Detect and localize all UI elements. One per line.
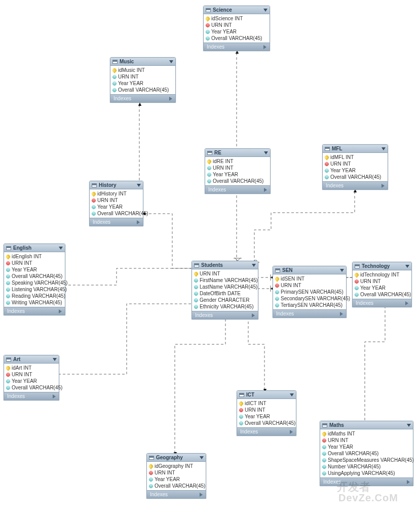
indexes-section[interactable]: Indexes <box>90 218 143 226</box>
column-row[interactable]: Overall VARCHAR(45) <box>323 174 388 180</box>
column-row[interactable]: Year YEAR <box>353 285 411 291</box>
column-row[interactable]: URN INT <box>323 161 388 167</box>
column-row[interactable]: URN INT <box>204 22 270 28</box>
table-english[interactable]: EnglishidEnglish INTURN INTYear YEAROver… <box>4 244 65 315</box>
column-row[interactable]: Reading VARCHAR(45) <box>4 293 65 299</box>
table-ict[interactable]: ICTidICT INTURN INTYear YEAROverall VARC… <box>237 390 296 436</box>
collapse-icon[interactable] <box>290 393 294 396</box>
table-geography[interactable]: GeographyidGeography INTURN INTYear YEAR… <box>146 453 206 499</box>
table-header[interactable]: Geography <box>147 454 206 462</box>
table-science[interactable]: ScienceidScience INTURN INTYear YEAROver… <box>203 6 270 51</box>
collapse-icon[interactable] <box>169 60 173 63</box>
column-row[interactable]: Overall VARCHAR(45) <box>110 87 175 93</box>
table-header[interactable]: Science <box>204 6 270 14</box>
column-row[interactable]: idEnglish INT <box>4 253 65 260</box>
column-row[interactable]: Overall VARCHAR(45) <box>4 273 65 280</box>
table-header[interactable]: ICT <box>237 391 296 399</box>
indexes-section[interactable]: Indexes <box>147 490 206 498</box>
column-row[interactable]: idICT INT <box>237 400 296 407</box>
column-row[interactable]: Listening VARCHAR(45) <box>4 286 65 293</box>
indexes-section[interactable]: Indexes <box>205 185 270 193</box>
collapse-icon[interactable] <box>252 264 256 267</box>
collapse-icon[interactable] <box>59 247 63 250</box>
table-history[interactable]: HistoryidHistory INTURN INTYear YEAROver… <box>89 181 143 226</box>
table-header[interactable]: RE <box>205 149 270 157</box>
table-students[interactable]: StudentsURN INTFirstName VARCHAR(45)Last… <box>192 261 258 320</box>
column-row[interactable]: idTechnology INT <box>353 271 411 278</box>
column-row[interactable]: Overall VARCHAR(45) <box>205 178 270 184</box>
table-mfl[interactable]: MFLidMFL INTURN INTYear YEAROverall VARC… <box>322 144 388 190</box>
column-row[interactable]: Year YEAR <box>320 444 413 450</box>
column-row[interactable]: Overall VARCHAR(45) <box>320 450 413 457</box>
table-art[interactable]: ArtidArt INTURN INTYear YEAROverall VARC… <box>4 355 59 401</box>
column-row[interactable]: Year YEAR <box>205 171 270 178</box>
column-row[interactable]: Gender CHARACTER <box>192 297 258 303</box>
table-re[interactable]: REidRE INTURN INTYear YEAROverall VARCHA… <box>205 148 271 194</box>
table-header[interactable]: SEN <box>273 266 346 274</box>
column-row[interactable]: URN INT <box>320 437 413 444</box>
table-header[interactable]: Technology <box>353 262 411 270</box>
column-row[interactable]: FirstName VARCHAR(45) <box>192 277 258 284</box>
indexes-section[interactable]: Indexes <box>204 43 270 51</box>
column-row[interactable]: URN INT <box>205 165 270 171</box>
table-header[interactable]: Art <box>4 355 59 364</box>
column-row[interactable]: idRE INT <box>205 158 270 165</box>
indexes-section[interactable]: Indexes <box>273 309 346 317</box>
column-row[interactable]: Year YEAR <box>237 413 296 420</box>
column-row[interactable]: Overall VARCHAR(45) <box>353 291 411 298</box>
column-row[interactable]: URN INT <box>353 278 411 285</box>
collapse-icon[interactable] <box>405 265 409 268</box>
column-row[interactable]: URN INT <box>4 260 65 266</box>
column-row[interactable]: Overall VARCHAR(45) <box>4 384 59 391</box>
column-row[interactable]: Year YEAR <box>323 167 388 174</box>
column-row[interactable]: LastName VARCHAR(45) <box>192 284 258 290</box>
collapse-icon[interactable] <box>200 456 204 459</box>
table-header[interactable]: Students <box>192 261 258 269</box>
table-sen[interactable]: SENidSEN INTURN INTPrimarySEN VARCHAR(45… <box>273 266 347 318</box>
table-technology[interactable]: TechnologyidTechnology INTURN INTYear YE… <box>352 262 412 307</box>
column-row[interactable]: Overall VARCHAR(45) <box>147 483 206 489</box>
column-row[interactable]: Writing VARCHAR(45) <box>4 299 65 306</box>
collapse-icon[interactable] <box>340 269 344 272</box>
table-header[interactable]: Maths <box>320 421 413 429</box>
column-row[interactable]: idMaths INT <box>320 430 413 437</box>
column-row[interactable]: idMFL INT <box>323 154 388 161</box>
indexes-section[interactable]: Indexes <box>4 307 65 315</box>
indexes-section[interactable]: Indexes <box>192 311 258 319</box>
column-row[interactable]: URN INT <box>147 469 206 476</box>
column-row[interactable]: Year YEAR <box>4 266 65 273</box>
column-row[interactable]: Year YEAR <box>110 80 175 87</box>
table-header[interactable]: History <box>90 181 143 189</box>
column-row[interactable]: idGeography INT <box>147 463 206 469</box>
column-row[interactable]: idSEN INT <box>273 275 346 282</box>
collapse-icon[interactable] <box>407 424 411 427</box>
column-row[interactable]: idMusic INT <box>110 67 175 73</box>
column-row[interactable]: Overall VARCHAR(45) <box>90 210 143 217</box>
column-row[interactable]: Overall VARCHAR(45) <box>204 35 270 42</box>
collapse-icon[interactable] <box>137 184 141 187</box>
column-row[interactable]: Ethnicity VARCHAR(45) <box>192 303 258 310</box>
column-row[interactable]: SecondarySEN VARCHAR(45) <box>273 295 346 302</box>
indexes-section[interactable]: Indexes <box>353 299 411 307</box>
column-row[interactable]: UsingApplying VARCHAR(45) <box>320 470 413 476</box>
column-row[interactable]: TertiarySEN VARCHAR(45) <box>273 302 346 308</box>
table-header[interactable]: MFL <box>323 145 388 153</box>
column-row[interactable]: Year YEAR <box>204 28 270 35</box>
table-music[interactable]: MusicidMusic INTURN INTYear YEAROverall … <box>110 57 176 103</box>
column-row[interactable]: Year YEAR <box>147 476 206 483</box>
column-row[interactable]: idHistory INT <box>90 190 143 197</box>
collapse-icon[interactable] <box>263 9 268 12</box>
indexes-section[interactable]: Indexes <box>323 181 388 189</box>
column-row[interactable]: Year YEAR <box>90 204 143 210</box>
column-row[interactable]: URN INT <box>4 371 59 378</box>
column-row[interactable]: ShapeSpaceMeasures VARCHAR(45) <box>320 457 413 463</box>
table-maths[interactable]: MathsidMaths INTURN INTYear YEAROverall … <box>320 421 413 486</box>
column-row[interactable]: Speaking VARCHAR(45) <box>4 280 65 286</box>
column-row[interactable]: URN INT <box>90 197 143 204</box>
indexes-section[interactable]: Indexes <box>237 427 296 435</box>
table-header[interactable]: English <box>4 244 65 252</box>
column-row[interactable]: idArt INT <box>4 365 59 371</box>
column-row[interactable]: URN INT <box>110 73 175 80</box>
column-row[interactable]: URN INT <box>192 270 258 277</box>
column-row[interactable]: PrimarySEN VARCHAR(45) <box>273 289 346 295</box>
